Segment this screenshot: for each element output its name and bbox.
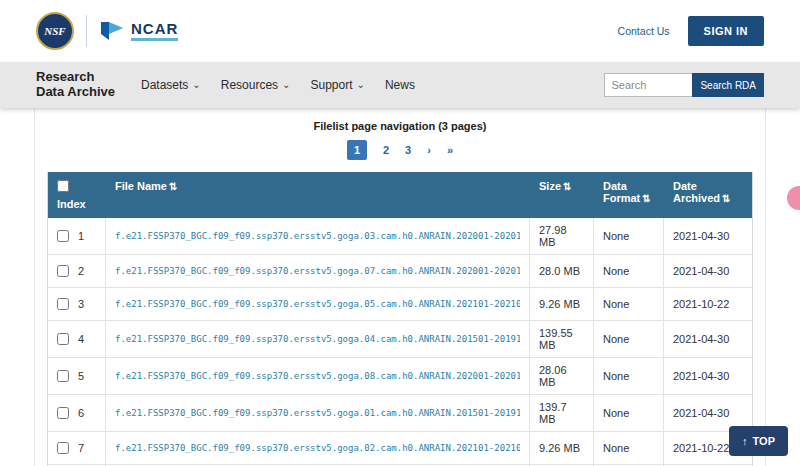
page-1-button[interactable]: 1 xyxy=(347,140,367,160)
date-cell: 2021-04-30 xyxy=(664,255,752,287)
format-cell: None xyxy=(594,395,664,431)
row-index: 5 xyxy=(78,370,84,382)
nav-item-label: Resources xyxy=(221,78,278,92)
date-cell: 2021-04-30 xyxy=(664,218,752,254)
page-2-button[interactable]: 2 xyxy=(383,144,389,156)
search-input[interactable] xyxy=(604,73,692,97)
row-index: 3 xyxy=(78,298,84,310)
filelist-table: Index File Name⇅ Size⇅ Data Format⇅ Date… xyxy=(47,172,753,466)
filelist-card: Filelist page navigation (3 pages) 1 2 3… xyxy=(34,108,766,466)
size-cell: 28.0 MB xyxy=(530,255,594,287)
table-header-row: Index File Name⇅ Size⇅ Data Format⇅ Date… xyxy=(48,172,752,218)
nav-item-label: Support xyxy=(311,78,353,92)
ncar-tagline xyxy=(131,38,178,41)
row-checkbox[interactable] xyxy=(57,298,69,310)
back-to-top-button[interactable]: ↑ TOP xyxy=(729,426,788,456)
index-cell: 6 xyxy=(48,395,106,431)
table-row: 3 f.e21.FSSP370_BGC.f09_f09.ssp370.ersst… xyxy=(48,288,752,321)
logo-group: NSF NCAR xyxy=(36,12,178,50)
format-cell: None xyxy=(594,288,664,320)
table-row: 7 f.e21.FSSP370_BGC.f09_f09.ssp370.ersst… xyxy=(48,432,752,465)
row-index: 6 xyxy=(78,407,84,419)
nav-item-datasets[interactable]: Datasets ⌄ xyxy=(141,78,201,92)
sort-icon: ⇅ xyxy=(169,181,177,192)
format-cell: None xyxy=(594,432,664,464)
sort-icon: ⇅ xyxy=(642,193,650,204)
file-name-cell: f.e21.FSSP370_BGC.f09_f09.ssp370.ersstv5… xyxy=(106,288,530,320)
logo-divider xyxy=(86,15,87,47)
row-index: 4 xyxy=(78,333,84,345)
size-header[interactable]: Size⇅ xyxy=(530,172,594,218)
main-content: Filelist page navigation (3 pages) 1 2 3… xyxy=(0,108,800,466)
row-checkbox[interactable] xyxy=(57,370,69,382)
nsf-logo[interactable]: NSF xyxy=(36,12,74,50)
row-index: 2 xyxy=(78,265,84,277)
file-link[interactable]: f.e21.FSSP370_BGC.f09_f09.ssp370.ersstv5… xyxy=(115,266,520,276)
row-checkbox[interactable] xyxy=(57,333,69,345)
row-index: 1 xyxy=(78,230,84,242)
row-checkbox[interactable] xyxy=(57,442,69,454)
site-title-line1: Research xyxy=(36,69,95,84)
index-cell: 4 xyxy=(48,321,106,357)
file-name-header-label: File Name xyxy=(115,180,167,192)
table-row: 6 f.e21.FSSP370_BGC.f09_f09.ssp370.ersst… xyxy=(48,395,752,432)
top-header-actions: Contact Us SIGN IN xyxy=(618,16,764,46)
pagination-title: Filelist page navigation (3 pages) xyxy=(47,120,753,132)
file-name-cell: f.e21.FSSP370_BGC.f09_f09.ssp370.ersstv5… xyxy=(106,395,530,431)
table-body: 1 f.e21.FSSP370_BGC.f09_f09.ssp370.ersst… xyxy=(48,218,752,466)
index-cell: 5 xyxy=(48,358,106,394)
row-checkbox[interactable] xyxy=(57,265,69,277)
file-name-cell: f.e21.FSSP370_BGC.f09_f09.ssp370.ersstv5… xyxy=(106,321,530,357)
data-format-header[interactable]: Data Format⇅ xyxy=(594,172,664,218)
file-link[interactable]: f.e21.FSSP370_BGC.f09_f09.ssp370.ersstv5… xyxy=(115,443,520,453)
index-header-label: Index xyxy=(57,198,86,210)
size-cell: 139.55 MB xyxy=(530,321,594,357)
nav-item-resources[interactable]: Resources ⌄ xyxy=(221,78,291,92)
page: NSF NCAR Contact Us SIGN IN Research Da xyxy=(0,0,800,466)
file-link[interactable]: f.e21.FSSP370_BGC.f09_f09.ssp370.ersstv5… xyxy=(115,371,520,381)
top-header: NSF NCAR Contact Us SIGN IN xyxy=(0,0,800,62)
size-cell: 28.06 MB xyxy=(530,358,594,394)
chevron-down-icon: ⌄ xyxy=(357,80,365,90)
nav-item-news[interactable]: News xyxy=(385,78,415,92)
file-name-header[interactable]: File Name⇅ xyxy=(106,172,530,218)
file-link[interactable]: f.e21.FSSP370_BGC.f09_f09.ssp370.ersstv5… xyxy=(115,299,520,309)
contact-us-link[interactable]: Contact Us xyxy=(618,25,670,37)
nav-menu: Datasets ⌄ Resources ⌄ Support ⌄ News xyxy=(141,78,604,92)
file-link[interactable]: f.e21.FSSP370_BGC.f09_f09.ssp370.ersstv5… xyxy=(115,231,520,241)
index-cell: 3 xyxy=(48,288,106,320)
row-index: 7 xyxy=(78,442,84,454)
index-cell: 1 xyxy=(48,218,106,254)
sort-icon: ⇅ xyxy=(563,181,571,192)
page-3-button[interactable]: 3 xyxy=(405,144,411,156)
nav-item-label: Datasets xyxy=(141,78,188,92)
table-row: 2 f.e21.FSSP370_BGC.f09_f09.ssp370.ersst… xyxy=(48,255,752,288)
last-page-button[interactable]: » xyxy=(447,144,453,156)
file-link[interactable]: f.e21.FSSP370_BGC.f09_f09.ssp370.ersstv5… xyxy=(115,408,520,418)
next-page-button[interactable]: › xyxy=(427,144,431,156)
size-cell: 139.7 MB xyxy=(530,395,594,431)
ncar-wordmark: NCAR xyxy=(131,21,178,41)
select-all-checkbox[interactable] xyxy=(57,180,69,192)
site-title[interactable]: Research Data Archive xyxy=(36,70,115,100)
nav-item-support[interactable]: Support ⌄ xyxy=(311,78,365,92)
sign-in-button[interactable]: SIGN IN xyxy=(688,16,764,46)
row-checkbox[interactable] xyxy=(57,407,69,419)
index-header: Index xyxy=(48,172,106,218)
nav-item-label: News xyxy=(385,78,415,92)
ncar-name: NCAR xyxy=(131,21,178,36)
table-row: 5 f.e21.FSSP370_BGC.f09_f09.ssp370.ersst… xyxy=(48,358,752,395)
file-link[interactable]: f.e21.FSSP370_BGC.f09_f09.ssp370.ersstv5… xyxy=(115,334,520,344)
search-bar: Search RDA xyxy=(604,73,764,97)
date-archived-header[interactable]: Date Archived⇅ xyxy=(664,172,752,218)
file-name-cell: f.e21.FSSP370_BGC.f09_f09.ssp370.ersstv5… xyxy=(106,218,530,254)
file-name-cell: f.e21.FSSP370_BGC.f09_f09.ssp370.ersstv5… xyxy=(106,358,530,394)
search-rda-button[interactable]: Search RDA xyxy=(692,73,764,97)
data-format-header-label: Data Format xyxy=(603,180,640,204)
row-checkbox[interactable] xyxy=(57,230,69,242)
ncar-logo[interactable]: NCAR xyxy=(99,20,178,42)
filelist-pagination: 1 2 3 › » xyxy=(47,140,753,160)
up-arrow-icon: ↑ xyxy=(742,435,748,447)
date-cell: 2021-04-30 xyxy=(664,321,752,357)
size-cell: 9.26 MB xyxy=(530,432,594,464)
